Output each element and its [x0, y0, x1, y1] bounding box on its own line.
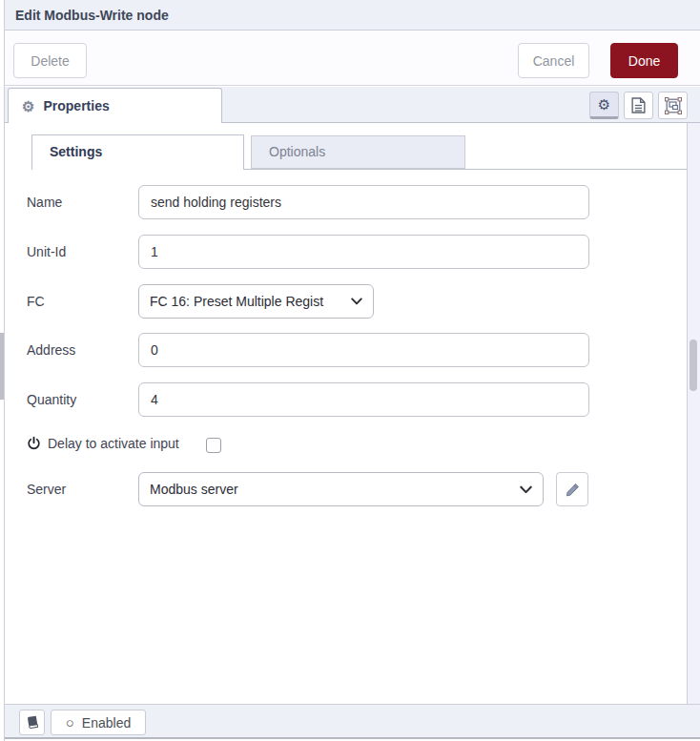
right-scrollbar-track [687, 123, 700, 704]
gear-icon: ⚙ [598, 96, 610, 113]
quantity-input[interactable] [138, 382, 589, 417]
status-circle-icon: ○ [66, 715, 74, 730]
dialog-header: Edit Modbus-Write node [5, 0, 700, 31]
quantity-label: Quantity [27, 382, 76, 417]
object-group-icon [665, 97, 682, 114]
unit-id-input[interactable] [138, 235, 589, 269]
tab-properties-label: Properties [43, 98, 109, 113]
server-label: Server [27, 472, 66, 506]
properties-pane-button[interactable]: ⚙ [589, 92, 619, 119]
delete-button[interactable]: Delete [13, 43, 87, 78]
chevron-down-icon [520, 485, 532, 494]
edit-node-dialog: Edit Modbus-Write node Delete Cancel Don… [0, 0, 700, 741]
document-icon [631, 97, 646, 113]
server-select-value: Modbus server [150, 482, 238, 497]
enabled-toggle-button[interactable]: ○ Enabled [51, 710, 146, 735]
edit-server-button[interactable] [556, 472, 588, 506]
appearance-pane-button[interactable] [658, 92, 688, 119]
dialog-title: Edit Modbus-Write node [15, 8, 169, 23]
description-pane-button[interactable] [624, 92, 653, 119]
name-input[interactable] [138, 185, 589, 219]
address-label: Address [27, 333, 75, 367]
server-select[interactable]: Modbus server [138, 472, 544, 506]
name-label: Name [27, 185, 62, 219]
delay-checkbox[interactable] [206, 438, 221, 453]
power-icon [27, 436, 41, 451]
pencil-icon [566, 483, 580, 497]
tab-optionals[interactable]: Optionals [251, 135, 465, 169]
fc-label: FC [27, 284, 45, 319]
done-button[interactable]: Done [610, 43, 678, 78]
gear-icon: ⚙ [22, 99, 34, 113]
tab-properties[interactable]: ⚙ Properties [8, 88, 222, 123]
book-icon [24, 714, 39, 731]
left-scrollbar-thumb[interactable] [0, 333, 4, 400]
chevron-down-icon [351, 298, 362, 305]
dialog-toolbar [5, 31, 700, 86]
enabled-label: Enabled [82, 715, 131, 731]
fc-select-value: FC 16: Preset Multiple Regist [150, 294, 323, 309]
delay-row: Delay to activate input [27, 431, 179, 456]
delay-label: Delay to activate input [48, 436, 179, 451]
right-scrollbar-thumb[interactable] [690, 340, 697, 391]
cancel-button[interactable]: Cancel [518, 43, 589, 78]
unit-id-label: Unit-Id [27, 235, 66, 269]
address-input[interactable] [138, 333, 589, 367]
tab-settings[interactable]: Settings [31, 134, 244, 170]
fc-select[interactable]: FC 16: Preset Multiple Regist [138, 284, 374, 319]
node-help-button[interactable] [19, 710, 45, 735]
